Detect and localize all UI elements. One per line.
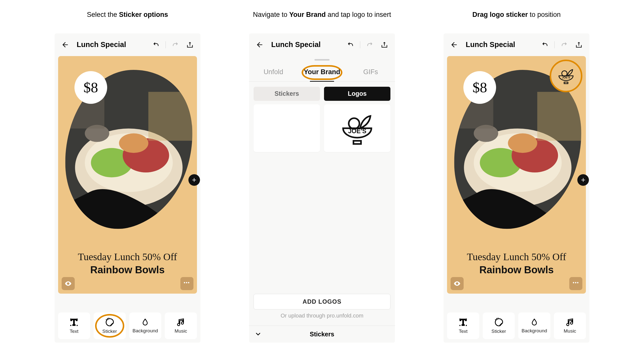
- drop-icon: [141, 318, 149, 327]
- bottom-toolbar: Text Sticker Background Music: [444, 309, 589, 343]
- text-icon: [458, 318, 468, 327]
- divider: [554, 41, 555, 48]
- sticker-icon: [494, 318, 504, 327]
- add-logos-button[interactable]: ADD LOGOS: [254, 294, 390, 309]
- redo-icon[interactable]: [559, 40, 569, 50]
- preview-button[interactable]: [62, 277, 75, 290]
- caption-2: Navigate to Your Brand and tap logo to i…: [253, 10, 391, 20]
- back-icon[interactable]: [255, 40, 265, 50]
- caption-3: Drag logo sticker to position: [472, 10, 561, 20]
- sticker-panel: Unfold Your Brand GIFs Stickers Logos: [249, 56, 395, 343]
- tool-background[interactable]: Background: [129, 312, 162, 339]
- preview-button[interactable]: [451, 277, 464, 290]
- tab-gifs[interactable]: GIFs: [346, 63, 395, 81]
- segment-control: Stickers Logos: [249, 82, 395, 104]
- sticker-icon: [105, 318, 114, 327]
- share-icon[interactable]: [574, 40, 584, 50]
- headline-text[interactable]: Tuesday Lunch 50% Off: [447, 251, 586, 263]
- svg-point-19: [508, 133, 537, 153]
- drop-icon: [530, 318, 539, 327]
- undo-icon[interactable]: [540, 40, 550, 50]
- tab-your-brand[interactable]: Your Brand: [298, 63, 346, 81]
- joes-logo-icon: JOE'S: [337, 109, 377, 147]
- topbar: Lunch Special: [55, 33, 200, 56]
- svg-point-10: [119, 133, 148, 153]
- design-canvas[interactable]: $8 Tuesday Lunch 50% Off Rainbow Bowls •…: [58, 56, 197, 294]
- add-page-button[interactable]: +: [577, 174, 589, 186]
- redo-icon[interactable]: [170, 40, 180, 50]
- panel-tabs: Unfold Your Brand GIFs: [249, 63, 395, 82]
- tool-sticker[interactable]: Sticker: [94, 312, 126, 339]
- more-button[interactable]: •••: [569, 277, 582, 290]
- page-title: Lunch Special: [271, 40, 341, 49]
- page-title: Lunch Special: [466, 40, 535, 49]
- price-badge[interactable]: $8: [463, 71, 496, 104]
- music-icon: [566, 318, 575, 327]
- subline-text[interactable]: Rainbow Bowls: [447, 264, 586, 276]
- design-canvas[interactable]: $8 JOE'S Tuesday Lunch 50% Off Rainbow B…: [447, 56, 586, 294]
- page-title: Lunch Special: [77, 40, 146, 49]
- panel-footer-title: Stickers: [249, 331, 395, 338]
- undo-icon[interactable]: [345, 40, 355, 50]
- more-button[interactable]: •••: [180, 277, 193, 290]
- svg-rect-21: [537, 92, 586, 141]
- undo-icon[interactable]: [151, 40, 161, 50]
- svg-text:JOE'S: JOE'S: [562, 76, 570, 79]
- topbar: Lunch Special: [249, 33, 395, 56]
- tool-music[interactable]: Music: [554, 312, 586, 339]
- tool-music[interactable]: Music: [165, 312, 197, 339]
- drag-handle[interactable]: [314, 59, 330, 61]
- divider: [166, 41, 166, 48]
- bottom-toolbar: Text Sticker Background Music: [55, 309, 200, 343]
- tool-text[interactable]: Text: [447, 312, 479, 339]
- phone-screen-1: Lunch Special: [55, 33, 200, 343]
- logo-grid: JOE'S: [249, 104, 395, 152]
- logo-cell-empty[interactable]: [254, 104, 320, 152]
- divider: [360, 41, 360, 48]
- panel-footer[interactable]: Stickers: [249, 326, 395, 343]
- phone-screen-3: Lunch Special: [444, 33, 589, 343]
- tool-background[interactable]: Background: [518, 312, 550, 339]
- price-badge[interactable]: $8: [74, 71, 107, 104]
- phone-screen-2: Lunch Special Unfold Your Brand GIFs: [249, 33, 395, 343]
- back-icon[interactable]: [60, 40, 70, 50]
- add-page-button[interactable]: +: [188, 174, 200, 186]
- joes-logo-icon: JOE'S: [556, 66, 576, 85]
- logo-cell-joes[interactable]: JOE'S: [324, 104, 390, 152]
- caption-1: Select the Sticker options: [87, 10, 168, 20]
- redo-icon[interactable]: [365, 40, 375, 50]
- music-icon: [176, 318, 185, 327]
- segment-logos[interactable]: Logos: [324, 87, 390, 101]
- text-icon: [69, 318, 79, 327]
- tool-text[interactable]: Text: [58, 312, 90, 339]
- topbar: Lunch Special: [444, 33, 589, 56]
- share-icon[interactable]: [379, 40, 389, 50]
- segment-stickers[interactable]: Stickers: [254, 87, 320, 101]
- back-icon[interactable]: [449, 40, 459, 50]
- subline-text[interactable]: Rainbow Bowls: [58, 264, 197, 276]
- joes-logo-text: JOE'S: [348, 127, 367, 134]
- svg-rect-12: [148, 92, 197, 141]
- upload-note: Or upload through pro.unfold.com: [249, 312, 395, 319]
- tab-unfold[interactable]: Unfold: [249, 63, 298, 81]
- logo-sticker[interactable]: JOE'S: [550, 60, 582, 92]
- share-icon[interactable]: [185, 40, 195, 50]
- headline-text[interactable]: Tuesday Lunch 50% Off: [58, 251, 197, 263]
- tool-sticker[interactable]: Sticker: [483, 312, 515, 339]
